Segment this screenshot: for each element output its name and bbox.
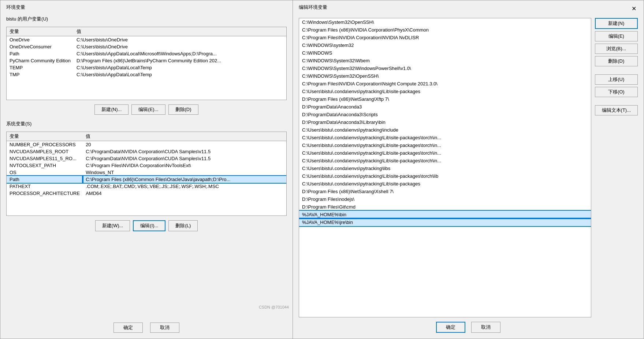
right-panel-title: 编辑环境变量	[299, 4, 327, 11]
right-action-buttons: 新建(N) 编辑(E) 浏览(B)... 删除(D) 上移(U) 下移(O) 编…	[595, 18, 638, 317]
list-item[interactable]: C:\Program Files\NVIDIA Corporation\NVID…	[299, 34, 591, 41]
user-new-button[interactable]: 新建(N)...	[94, 104, 129, 115]
list-item[interactable]: D:\Program Files (x86)\NetSarang\Xftp 7\	[299, 95, 591, 103]
right-panel-header: 编辑环境变量 ✕	[299, 4, 638, 13]
user-buttons-row: 新建(N)... 编辑(E)... 删除(D)	[6, 104, 287, 115]
system-section-label: 系统变量(S)	[6, 121, 287, 127]
table-row[interactable]: NVCUDASAMPLES11_5_RO...C:\ProgramData\NV…	[7, 155, 286, 162]
right-move-down-button[interactable]: 下移(O)	[595, 87, 638, 97]
list-item[interactable]: C:\Users\bistu\.conda\envs\pytracking\Li…	[299, 157, 591, 165]
list-item[interactable]: C:\Program Files (x86)\NVIDIA Corporatio…	[299, 26, 591, 34]
right-bottom-buttons: 确定 取消	[299, 322, 638, 333]
close-button[interactable]: ✕	[630, 5, 638, 12]
system-buttons-row: 新建(W)... 编辑(I)... 删除(L)	[6, 220, 287, 231]
user-delete-button[interactable]: 删除(D)	[168, 104, 198, 115]
var-value-cell: D:\Program Files (x86)\JetBrains\PyCharm…	[74, 57, 286, 64]
right-cancel-button[interactable]: 取消	[471, 322, 500, 333]
user-section-label: bistu 的用户变量(U)	[6, 16, 287, 22]
table-row[interactable]: PathC:\Program Files (x86)\Common Files\…	[7, 176, 286, 183]
var-name-cell: OneDriveConsumer	[7, 43, 74, 50]
table-row[interactable]: NVCUDASAMPLES_ROOTC:\ProgramData\NVIDIA …	[7, 148, 286, 155]
list-item[interactable]: D:\Program Files\nodejs\	[299, 195, 591, 203]
sys-delete-button[interactable]: 删除(L)	[168, 220, 198, 231]
var-value-cell: C:\Program Files (x86)\Common Files\Orac…	[83, 176, 286, 183]
var-value-cell: C:\Users\bistu\AppData\Local\Temp	[74, 71, 286, 78]
sys-new-button[interactable]: 新建(W)...	[95, 220, 130, 231]
var-value-cell: C:\ProgramData\NVIDIA Corporation\CUDA S…	[83, 148, 286, 155]
list-item[interactable]: %JAVA_HOME%\jre\bin	[299, 218, 591, 226]
left-ok-button[interactable]: 确定	[113, 323, 143, 333]
table-row[interactable]: OSWindows_NT	[7, 169, 286, 176]
list-item[interactable]: C:\Windows\System32\OpenSSH\	[299, 18, 591, 26]
right-browse-button[interactable]: 浏览(B)...	[595, 44, 638, 54]
var-name-cell: OS	[7, 169, 83, 176]
var-value-cell: C:\ProgramData\NVIDIA Corporation\CUDA S…	[83, 155, 286, 162]
list-item[interactable]: C:\Program Files\NVIDIA Corporation\Nsig…	[299, 80, 591, 88]
var-name-cell: TMP	[7, 71, 74, 78]
right-content-area: C:\Windows\System32\OpenSSH\C:\Program F…	[299, 18, 638, 317]
list-item[interactable]: C:\WINDOWS\system32	[299, 41, 591, 49]
list-item[interactable]: D:\ProgramData\Anaconda3	[299, 103, 591, 111]
var-value-cell: C:\Users\bistu\AppData\Local\Microsoft\W…	[74, 50, 286, 57]
system-vars-table-container: 变量 值 NUMBER_OF_PROCESSORS20NVCUDASAMPLES…	[6, 132, 287, 216]
table-row[interactable]: PATHEXT.COM;.EXE;.BAT;.CMD;.VBS;.VBE;.JS…	[7, 183, 286, 190]
edit-env-var-panel: 编辑环境变量 ✕ C:\Windows\System32\OpenSSH\C:\…	[293, 0, 644, 339]
list-item[interactable]: %JAVA_HOME%\bin	[299, 211, 591, 218]
left-cancel-button[interactable]: 取消	[150, 323, 179, 333]
list-item[interactable]: C:\WINDOWS\System32\WindowsPowerShell\v1…	[299, 65, 591, 72]
sys-col-val: 值	[83, 132, 286, 141]
right-new-button[interactable]: 新建(N)	[595, 18, 638, 29]
list-item[interactable]: C:\Users\bistu\.conda\envs\pytracking\Li…	[299, 88, 591, 95]
list-item[interactable]: C:\Users\bistu\.conda\envs\pytracking\Li…	[299, 180, 591, 188]
table-row[interactable]: PathC:\Users\bistu\AppData\Local\Microso…	[7, 50, 286, 57]
user-edit-button[interactable]: 编辑(E)...	[131, 104, 165, 115]
right-move-up-button[interactable]: 上移(U)	[595, 74, 638, 85]
var-name-cell: NUMBER_OF_PROCESSORS	[7, 141, 83, 148]
table-row[interactable]: PyCharm Community EditionD:\Program File…	[7, 57, 286, 64]
table-row[interactable]: PROCESSOR_ARCHITECTUREAMD64	[7, 190, 286, 197]
sys-edit-button[interactable]: 编辑(I)...	[133, 220, 165, 231]
var-value-cell: C:\Program Files\NVIDIA Corporation\NvTo…	[83, 162, 286, 169]
list-item[interactable]: C:\WINDOWS	[299, 49, 591, 57]
var-name-cell: TEMP	[7, 64, 74, 71]
var-name-cell: PROCESSOR_ARCHITECTURE	[7, 190, 83, 197]
var-name-cell: Path	[7, 176, 83, 183]
table-row[interactable]: NUMBER_OF_PROCESSORS20	[7, 141, 286, 148]
list-item[interactable]: C:\WINDOWS\System32\OpenSSH\	[299, 72, 591, 80]
list-item[interactable]: C:\Users\bistu\.conda\envs\pytracking\li…	[299, 165, 591, 172]
list-item[interactable]: D:\ProgramData\Anaconda3\Library\bin	[299, 118, 591, 126]
list-item[interactable]: C:\Users\bistu\.conda\envs\pytracking\in…	[299, 126, 591, 134]
var-value-cell: C:\Users\bistu\AppData\Local\Temp	[74, 64, 286, 71]
list-item[interactable]: D:\ProgramData\Anaconda3\Scripts	[299, 111, 591, 118]
table-row[interactable]: OneDriveC:\Users\bistu\OneDrive	[7, 36, 286, 44]
list-item[interactable]: C:\Users\bistu\.conda\envs\pytracking\Li…	[299, 149, 591, 157]
right-delete-button[interactable]: 删除(D)	[595, 56, 638, 66]
var-name-cell: OneDrive	[7, 36, 74, 44]
env-vars-panel: 环境变量 bistu 的用户变量(U) 变量 值 OneDriveC:\User…	[0, 0, 293, 339]
list-item[interactable]: C:\WINDOWS\System32\Wbem	[299, 57, 591, 65]
var-value-cell: 20	[83, 141, 286, 148]
list-item[interactable]: D:\Program Files (x86)\NetSarang\Xshell …	[299, 188, 591, 195]
watermark: CSDN @701044	[259, 305, 289, 309]
user-col-var: 变量	[7, 27, 74, 36]
var-value-cell: .COM;.EXE;.BAT;.CMD;.VBS;.VBE;.JS;.JSE;.…	[83, 183, 286, 190]
path-list-container[interactable]: C:\Windows\System32\OpenSSH\C:\Program F…	[299, 18, 591, 317]
sys-col-var: 变量	[7, 132, 83, 141]
var-value-cell: Windows_NT	[83, 169, 286, 176]
table-row[interactable]: TMPC:\Users\bistu\AppData\Local\Temp	[7, 71, 286, 78]
var-name-cell: PATHEXT	[7, 183, 83, 190]
list-item[interactable]: D:\Program Files\Git\cmd	[299, 203, 591, 211]
table-row[interactable]: OneDriveConsumerC:\Users\bistu\OneDrive	[7, 43, 286, 50]
right-edit-button[interactable]: 编辑(E)	[595, 31, 638, 41]
table-row[interactable]: NVTOOLSEXT_PATHC:\Program Files\NVIDIA C…	[7, 162, 286, 169]
table-row[interactable]: TEMPC:\Users\bistu\AppData\Local\Temp	[7, 64, 286, 71]
list-item[interactable]: C:\Users\bistu\.conda\envs\pytracking\Li…	[299, 141, 591, 149]
list-item[interactable]: C:\Users\bistu\.conda\envs\pytracking\Li…	[299, 172, 591, 180]
user-vars-table: 变量 值 OneDriveC:\Users\bistu\OneDriveOneD…	[7, 27, 286, 78]
var-name-cell: NVCUDASAMPLES11_5_RO...	[7, 155, 83, 162]
right-edit-text-button[interactable]: 编辑文本(T)...	[595, 105, 638, 115]
user-vars-table-container: 变量 值 OneDriveC:\Users\bistu\OneDriveOneD…	[6, 27, 287, 100]
var-value-cell: AMD64	[83, 190, 286, 197]
right-ok-button[interactable]: 确定	[436, 322, 465, 333]
list-item[interactable]: C:\Users\bistu\.conda\envs\pytracking\Li…	[299, 134, 591, 141]
